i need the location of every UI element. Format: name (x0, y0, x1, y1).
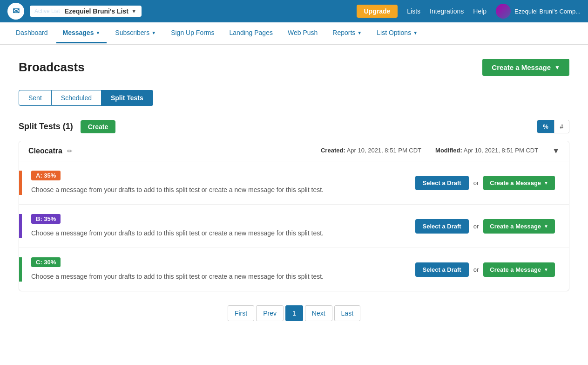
create-message-chevron-icon: ▼ (554, 64, 560, 71)
pagination-prev[interactable]: Prev (256, 305, 284, 321)
section-title: Split Tests (1) (19, 122, 73, 131)
variant-a-or-text: or (473, 179, 479, 186)
nav-item-signup-forms[interactable]: Sign Up Forms (164, 23, 221, 43)
variant-a-content: A: 35% Choose a message from your drafts… (22, 171, 415, 195)
card-expand-icon[interactable]: ▼ (552, 147, 560, 155)
variant-a-select-draft-button[interactable]: Select a Draft (415, 176, 469, 190)
variant-b-create-chevron-icon: ▼ (544, 224, 548, 229)
section-header: Split Tests (1) Create % # (19, 120, 569, 133)
messages-chevron-icon: ▼ (95, 30, 100, 35)
variant-b-badge: B: 35% (31, 214, 61, 224)
variant-c-badge: C: 30% (31, 257, 61, 267)
logo-icon: ✉ (7, 3, 24, 20)
nav-item-subscribers[interactable]: Subscribers ▼ (108, 23, 162, 43)
variant-a-text: Choose a message from your drafts to add… (31, 185, 406, 195)
pagination-page-1[interactable]: 1 (285, 305, 303, 321)
nav-item-dashboard[interactable]: Dashboard (9, 23, 54, 43)
split-test-card: Cleocatra ✏ Created: Apr 10, 2021, 8:51 … (19, 141, 569, 291)
section-header-left: Split Tests (1) Create (19, 120, 115, 133)
variant-a-create-chevron-icon: ▼ (544, 180, 548, 186)
active-list-label: Active List (34, 8, 60, 14)
top-bar: ✉ Active List Ezequiel Bruni's List ▼ Up… (0, 0, 588, 22)
main-content: Broadcasts Create a Message ▼ Sent Sched… (0, 45, 588, 365)
variant-b-select-draft-button[interactable]: Select a Draft (415, 219, 469, 234)
nav-item-web-push[interactable]: Web Push (281, 23, 324, 43)
tab-scheduled[interactable]: Scheduled (52, 90, 101, 106)
view-toggle-percent[interactable]: % (537, 120, 554, 133)
upgrade-button[interactable]: Upgrade (357, 5, 398, 18)
top-bar-right: Upgrade Lists Integrations Help Ezequiel… (357, 4, 581, 19)
variant-row-a: A: 35% Choose a message from your drafts… (19, 161, 569, 205)
secondary-nav: Dashboard Messages ▼ Subscribers ▼ Sign … (0, 22, 588, 45)
variant-row-c: C: 30% Choose a message from your drafts… (19, 248, 569, 291)
nav-item-reports[interactable]: Reports ▼ (326, 23, 368, 43)
modified-date: Modified: Apr 10, 2021, 8:51 PM CDT (435, 147, 538, 155)
edit-icon[interactable]: ✏ (67, 147, 73, 155)
variant-c-content: C: 30% Choose a message from your drafts… (22, 257, 415, 282)
user-info: Ezequiel Bruni's Comp... (496, 4, 581, 19)
create-message-button[interactable]: Create a Message ▼ (482, 59, 569, 76)
reports-chevron-icon: ▼ (357, 30, 362, 35)
card-title: Cleocatra (28, 147, 62, 155)
nav-item-landing-pages[interactable]: Landing Pages (223, 23, 279, 43)
subscribers-chevron-icon: ▼ (151, 30, 156, 35)
variant-c-or-text: or (473, 266, 479, 273)
variant-a-create-message-button[interactable]: Create a Message ▼ (483, 176, 555, 190)
pagination-last[interactable]: Last (334, 305, 360, 321)
variant-b-or-text: or (473, 223, 479, 230)
list-chevron-icon: ▼ (131, 8, 137, 14)
variant-c-create-chevron-icon: ▼ (544, 267, 548, 272)
pagination-next[interactable]: Next (305, 305, 332, 321)
tab-split-tests[interactable]: Split Tests (101, 90, 153, 106)
nav-help[interactable]: Help (473, 7, 487, 15)
pagination-first[interactable]: First (228, 305, 254, 321)
view-toggle: % # (537, 120, 569, 133)
nav-integrations[interactable]: Integrations (430, 7, 464, 15)
variant-c-select-draft-button[interactable]: Select a Draft (415, 262, 469, 277)
tabs-container: Sent Scheduled Split Tests (19, 90, 569, 106)
list-name: Ezequiel Bruni's List (65, 7, 128, 15)
avatar (496, 4, 511, 19)
variant-c-text: Choose a message from your drafts to add… (31, 272, 406, 282)
variant-b-text: Choose a message from your drafts to add… (31, 228, 406, 238)
variant-a-actions: Select a Draft or Create a Message ▼ (415, 176, 560, 190)
user-name: Ezequiel Bruni's Comp... (514, 8, 581, 15)
list-options-chevron-icon: ▼ (413, 30, 418, 35)
variant-b-actions: Select a Draft or Create a Message ▼ (415, 219, 560, 234)
variant-b-create-message-button[interactable]: Create a Message ▼ (483, 219, 555, 234)
pagination: First Prev 1 Next Last (19, 305, 569, 321)
create-split-test-button[interactable]: Create (81, 120, 116, 133)
tab-sent[interactable]: Sent (19, 90, 52, 106)
variant-c-create-message-button[interactable]: Create a Message ▼ (483, 262, 555, 277)
created-date: Created: Apr 10, 2021, 8:51 PM CDT (321, 147, 421, 155)
page-header: Broadcasts Create a Message ▼ (19, 59, 569, 76)
page-title: Broadcasts (19, 60, 85, 75)
nav-item-messages[interactable]: Messages ▼ (56, 23, 107, 43)
variant-c-actions: Select a Draft or Create a Message ▼ (415, 262, 560, 277)
view-toggle-hash[interactable]: # (554, 120, 569, 133)
variant-row-b: B: 35% Choose a message from your drafts… (19, 205, 569, 248)
variant-a-badge: A: 35% (31, 171, 61, 180)
card-title-section: Cleocatra ✏ (28, 147, 73, 155)
top-bar-left: ✉ Active List Ezequiel Bruni's List ▼ (7, 3, 142, 20)
nav-lists[interactable]: Lists (407, 7, 420, 15)
card-meta: Created: Apr 10, 2021, 8:51 PM CDT Modif… (321, 147, 560, 155)
list-selector-container[interactable]: Active List Ezequiel Bruni's List ▼ (30, 6, 142, 17)
card-header: Cleocatra ✏ Created: Apr 10, 2021, 8:51 … (19, 141, 569, 161)
variant-b-content: B: 35% Choose a message from your drafts… (22, 214, 415, 238)
nav-item-list-options[interactable]: List Options ▼ (370, 23, 424, 43)
